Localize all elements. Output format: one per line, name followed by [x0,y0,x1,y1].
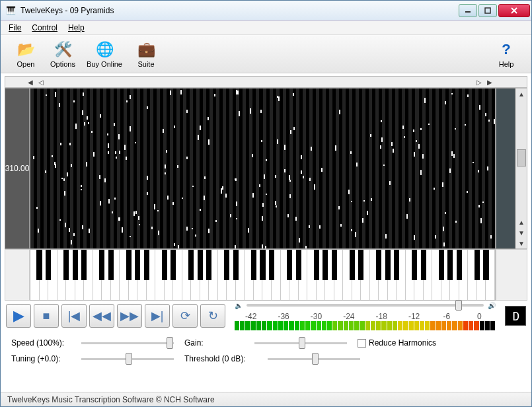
scroll-left-icon[interactable]: ◁ [36,77,46,87]
menu-bar: File Control Help [1,20,531,35]
spectrogram-row: 310.00 ▲ ▲ ▼ ▼ [5,88,527,249]
volume-thumb[interactable] [455,300,462,311]
speaker-low-icon: 🔈 [235,302,243,309]
open-label: Open [17,60,35,68]
minimize-button[interactable] [459,4,477,17]
speed-label: Speed (100%): [11,338,71,348]
menu-control[interactable]: Control [28,22,61,34]
scroll-thumb[interactable] [517,149,526,166]
menu-help[interactable]: Help [64,22,89,34]
volume-meter-area: 🔈 🔊 -42-36-30-24-18-12-60 [228,302,502,330]
speed-thumb[interactable] [167,337,173,349]
status-text: TwelveKeys Music Transcription Software … [7,395,215,404]
piano-keyboard[interactable] [30,249,496,301]
threshold-slider[interactable] [268,358,360,360]
tuning-slider[interactable] [81,358,174,360]
go-end-button[interactable]: ▶| [145,304,170,328]
piano-row [5,249,527,301]
vertical-scrollbar[interactable]: ▲ ▲ ▼ ▼ [515,88,527,249]
stop-button[interactable]: ■ [34,304,59,328]
gain-slider[interactable] [254,342,347,344]
go-start-button[interactable]: |◀ [61,304,87,328]
threshold-label: Threshold (0 dB): [184,354,257,363]
help-label: Help [499,60,514,68]
time-value: 310.00 [5,164,30,173]
options-label: Options [50,60,75,68]
reduce-harmonics-checkbox[interactable]: Reduce Harmonics [358,338,436,348]
options-button[interactable]: 🛠️ Options [44,38,81,71]
suite-label: Suite [137,60,154,68]
note-display: D [505,306,526,326]
scroll-right-icon[interactable]: ▷ [474,77,484,87]
speaker-high-icon: 🔊 [488,302,496,309]
scroll-left-fast-icon[interactable]: ◀ [25,77,36,87]
checkbox-icon[interactable] [358,339,366,348]
reduce-harmonics-label: Reduce Harmonics [369,338,436,348]
toolbar: 📂 Open 🛠️ Options 🌐 Buy Online 💼 Suite ?… [1,35,531,73]
scroll-down-upper-icon[interactable]: ▲ [516,217,527,227]
db-labels: -42-36-30-24-18-12-60 [235,312,496,321]
buy-label: Buy Online [87,60,122,68]
tools-icon: 🛠️ [54,40,72,59]
rewind-button[interactable]: ◀◀ [89,304,114,328]
suite-icon: 💼 [137,40,155,59]
horizontal-nav: ◀ ◁ ▷ ▶ [5,76,527,88]
piano-left-gutter [5,249,30,301]
help-button[interactable]: ? Help [488,38,525,71]
close-button[interactable] [498,4,530,17]
threshold-thumb[interactable] [312,353,319,365]
speed-slider[interactable] [81,342,174,344]
folder-open-icon: 📂 [17,40,35,59]
scroll-bottom-icon[interactable]: ▼ [516,238,527,248]
tuning-label: Tuning (+0.0): [11,354,71,363]
globe-icon: 🌐 [95,40,114,59]
suite-button[interactable]: 💼 Suite [128,38,165,71]
window-title: TwelveKeys - 09 Pyramids [20,6,459,15]
play-button[interactable]: ▶ [6,304,31,328]
menu-file[interactable]: File [5,22,25,34]
scroll-right-fast-icon[interactable]: ▶ [484,77,495,87]
main-area: ◀ ◁ ▷ ▶ 310.00 ▲ ▲ ▼ ▼ [1,73,531,392]
slider-section: Speed (100%): Gain: Reduce Harmonics Tun… [5,331,527,369]
volume-slider[interactable] [247,304,484,307]
scroll-up-icon[interactable]: ▲ [516,89,527,99]
transport-bar: ▶ ■ |◀ ◀◀ ▶▶ ▶| ⟳ ↻ 🔈 🔊 -42-36-30-24-18-… [5,301,527,331]
scroll-down-icon[interactable]: ▼ [516,227,527,238]
piano-right-gutter [496,249,527,301]
status-bar: TwelveKeys Music Transcription Software … [1,392,531,406]
gain-thumb[interactable] [299,337,305,349]
spectrogram-view[interactable] [30,88,496,249]
open-button[interactable]: 📂 Open [7,38,44,71]
app-window: 🎹 TwelveKeys - 09 Pyramids File Control … [0,0,532,407]
loop-button[interactable]: ↻ [200,304,225,328]
gain-label: Gain: [184,338,244,348]
time-gutter: 310.00 [5,88,30,249]
window-buttons [459,4,530,17]
help-icon: ? [497,40,515,59]
level-meter [235,321,496,330]
buy-online-button[interactable]: 🌐 Buy Online [81,38,128,71]
tuning-thumb[interactable] [126,353,132,365]
maximize-button[interactable] [478,4,497,17]
app-icon: 🎹 [6,5,17,16]
overview-pane[interactable] [496,88,515,249]
fast-forward-button[interactable]: ▶▶ [117,304,142,328]
cycle-button[interactable]: ⟳ [172,304,198,328]
svg-rect-1 [485,8,490,13]
title-bar: 🎹 TwelveKeys - 09 Pyramids [1,1,531,20]
